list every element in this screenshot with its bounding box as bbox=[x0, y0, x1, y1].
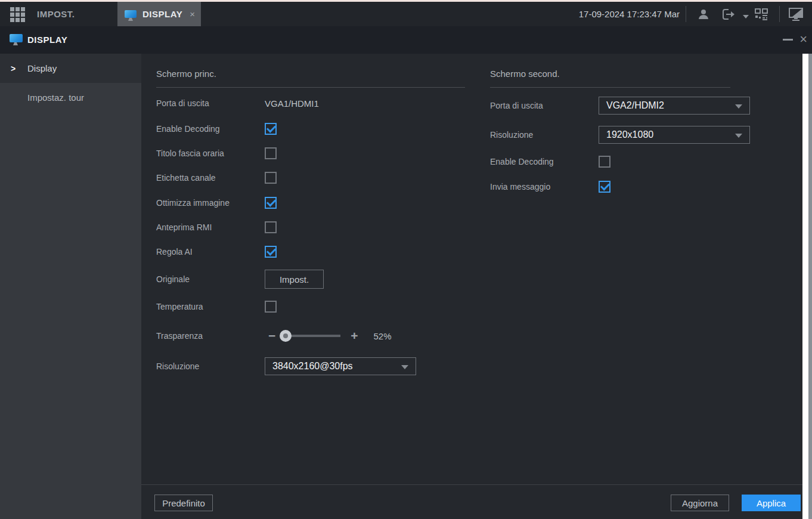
field-row-rmi-preview: Anteprima RMI bbox=[156, 221, 478, 233]
field-label: Ottimizza immagine bbox=[156, 198, 265, 208]
field-row-ai-rule: Regola AI bbox=[156, 246, 478, 258]
image-enhance-checkbox[interactable] bbox=[265, 197, 277, 209]
minimize-button[interactable] bbox=[783, 39, 793, 41]
field-label: Originale bbox=[156, 274, 265, 284]
window-body: > Display Impostaz. tour Schermo princ. … bbox=[0, 54, 812, 519]
field-row-enable-decoding-2: Enable Decoding bbox=[490, 156, 752, 168]
slider-track[interactable] bbox=[286, 335, 340, 337]
menu-label-impost[interactable]: IMPOST. bbox=[37, 2, 75, 26]
chevron-down-icon bbox=[735, 134, 742, 138]
screen: IMPOST. DISPLAY × 17-09-2024 17:23:47 Ma… bbox=[0, 0, 812, 519]
qr-code-icon bbox=[754, 8, 768, 21]
section-divider bbox=[490, 87, 730, 88]
original-settings-button[interactable]: Impost. bbox=[265, 270, 324, 289]
scrollbar-thumb[interactable] bbox=[802, 54, 808, 519]
enable-decoding-checkbox[interactable] bbox=[265, 123, 277, 135]
grid-icon bbox=[10, 7, 14, 11]
field-row-resolution-2: Risoluzione 1920x1080 bbox=[490, 126, 752, 144]
field-row-send-message: Invia messaggio bbox=[490, 181, 752, 193]
topbar: IMPOST. DISPLAY × 17-09-2024 17:23:47 Ma… bbox=[0, 2, 812, 26]
resolution-dropdown-2[interactable]: 1920x1080 bbox=[599, 126, 750, 144]
main-menu-button[interactable] bbox=[10, 7, 25, 22]
field-label: Porta di uscita bbox=[490, 101, 599, 110]
slider-thumb[interactable] bbox=[280, 330, 292, 342]
transparency-slider: − + 52% bbox=[265, 330, 392, 342]
field-row-temperature: Temperatura bbox=[156, 301, 478, 313]
field-row-transparency: Trasparenza − + 52% bbox=[156, 330, 478, 342]
sidebar-item-impostaz-tour[interactable]: Impostaz. tour bbox=[0, 83, 141, 112]
field-row-original: Originale Impost. bbox=[156, 270, 478, 289]
section-title: Schermo second. bbox=[490, 69, 560, 79]
field-row-output-port-2: Porta di uscita VGA2/HDMI2 bbox=[490, 97, 752, 115]
sidebar: > Display Impostaz. tour bbox=[0, 54, 141, 519]
field-label: Regola AI bbox=[156, 247, 265, 257]
field-label: Anteprima RMI bbox=[156, 223, 265, 232]
close-button[interactable]: × bbox=[799, 33, 807, 46]
chevron-right-icon: > bbox=[11, 64, 16, 73]
field-row-time-title: Titolo fascia oraria bbox=[156, 147, 478, 159]
window-edge bbox=[808, 54, 812, 519]
field-row-enable-decoding: Enable Decoding bbox=[156, 123, 478, 135]
chevron-down-icon bbox=[401, 365, 408, 369]
user-account-button[interactable] bbox=[695, 7, 712, 22]
section-title: Schermo princ. bbox=[156, 69, 216, 79]
ai-rule-checkbox[interactable] bbox=[265, 246, 277, 258]
field-label: Invia messaggio bbox=[490, 182, 599, 191]
tab-display[interactable]: DISPLAY × bbox=[117, 2, 201, 26]
window-titlebar: DISPLAY × bbox=[0, 26, 812, 54]
dropdown-value: VGA2/HDMI2 bbox=[606, 100, 664, 111]
resolution-dropdown[interactable]: 3840x2160@30fps bbox=[265, 357, 416, 375]
multi-screen-icon bbox=[788, 7, 804, 21]
tab-close-icon[interactable]: × bbox=[190, 10, 195, 18]
default-button[interactable]: Predefinito bbox=[154, 495, 213, 511]
field-label: Enable Decoding bbox=[156, 124, 265, 134]
enable-decoding-checkbox-2[interactable] bbox=[599, 156, 610, 168]
user-icon bbox=[697, 8, 710, 21]
slider-minus-button[interactable]: − bbox=[268, 330, 275, 342]
monitor-icon bbox=[125, 10, 137, 18]
window-title: DISPLAY bbox=[27, 26, 67, 54]
screen-output-button[interactable] bbox=[788, 7, 804, 22]
logout-button[interactable] bbox=[720, 7, 737, 22]
apply-button[interactable]: Applica bbox=[742, 495, 801, 511]
tab-label: DISPLAY bbox=[142, 9, 182, 19]
time-title-checkbox[interactable] bbox=[265, 147, 277, 159]
temperature-checkbox[interactable] bbox=[265, 301, 277, 313]
output-port-dropdown[interactable]: VGA2/HDMI2 bbox=[599, 97, 750, 115]
field-label: Etichetta canale bbox=[156, 173, 265, 183]
send-message-checkbox[interactable] bbox=[599, 181, 610, 193]
field-label: Trasparenza bbox=[156, 331, 265, 341]
caret-down-icon[interactable] bbox=[743, 15, 749, 18]
field-row-output-port: Porta di uscita VGA1/HDMI1 bbox=[156, 97, 478, 109]
field-label: Titolo fascia oraria bbox=[156, 149, 265, 158]
output-port-value: VGA1/HDMI1 bbox=[265, 98, 319, 109]
scrollbar-track bbox=[802, 54, 808, 519]
field-label: Risoluzione bbox=[156, 362, 265, 371]
slider-value: 52% bbox=[374, 331, 392, 341]
refresh-button[interactable]: Aggiorna bbox=[671, 495, 729, 511]
field-row-image-enhance: Ottimizza immagine bbox=[156, 197, 478, 209]
field-row-channel-title: Etichetta canale bbox=[156, 172, 478, 184]
field-label: Risoluzione bbox=[490, 130, 599, 140]
field-label: Temperatura bbox=[156, 302, 265, 311]
qr-code-button[interactable] bbox=[753, 7, 770, 22]
slider-plus-button[interactable]: + bbox=[351, 330, 358, 342]
dropdown-value: 1920x1080 bbox=[606, 129, 653, 140]
sidebar-item-label: Impostaz. tour bbox=[27, 92, 84, 103]
logout-icon bbox=[721, 8, 736, 21]
sidebar-item-display[interactable]: > Display bbox=[0, 54, 141, 83]
chevron-down-icon bbox=[735, 104, 742, 109]
channel-title-checkbox[interactable] bbox=[265, 172, 277, 184]
rmi-preview-checkbox[interactable] bbox=[265, 221, 277, 233]
dropdown-value: 3840x2160@30fps bbox=[272, 361, 353, 372]
topbar-separator bbox=[686, 6, 686, 22]
footer: Predefinito Aggiorna Applica bbox=[141, 484, 802, 519]
sidebar-item-label: Display bbox=[27, 63, 57, 73]
section-divider bbox=[156, 87, 465, 88]
field-row-resolution: Risoluzione 3840x2160@30fps bbox=[156, 357, 478, 375]
field-label: Porta di uscita bbox=[156, 98, 265, 108]
datetime-label: 17-09-2024 17:23:47 Mar bbox=[579, 2, 680, 26]
monitor-icon bbox=[10, 34, 23, 42]
field-label: Enable Decoding bbox=[490, 157, 599, 166]
main-panel: Schermo princ. Porta di uscita VGA1/HDMI… bbox=[141, 54, 802, 519]
